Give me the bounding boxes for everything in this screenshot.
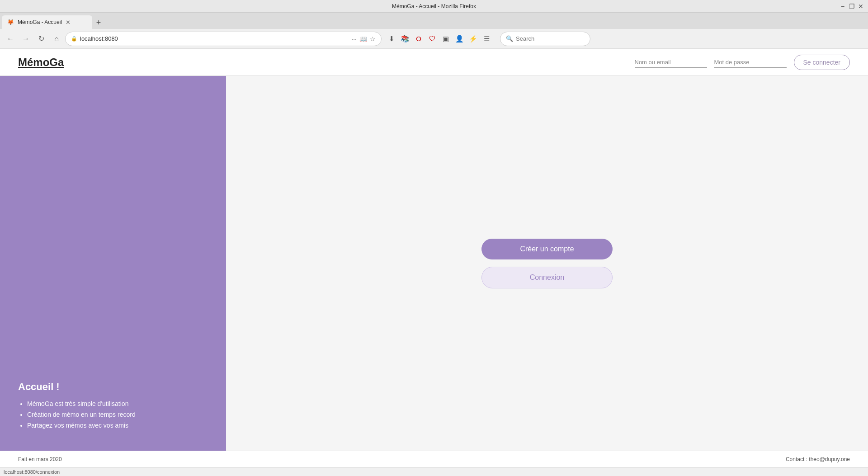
panel-title: Accueil ! [18, 381, 208, 393]
list-item: MémoGa est très simple d'utilisation [27, 400, 208, 407]
menu-button[interactable]: ☰ [480, 33, 493, 45]
search-input[interactable] [516, 35, 592, 42]
app-footer: Fait en mars 2020 Contact : theo@dupuy.o… [0, 451, 868, 467]
minimize-button[interactable]: − [839, 3, 846, 10]
title-bar: MémoGa - Accueil - Mozilla Firefox − ❐ ✕ [0, 0, 868, 13]
reader-mode-icon[interactable]: 📖 [359, 35, 367, 42]
list-item: Partagez vos mémos avec vos amis [27, 422, 208, 429]
search-icon: 🔍 [506, 35, 513, 42]
restore-button[interactable]: ❐ [848, 3, 855, 10]
app-header: MémoGa Se connecter [0, 49, 868, 76]
window-controls: − ❐ ✕ [839, 3, 864, 10]
connect-button[interactable]: Se connecter [794, 55, 850, 70]
address-input[interactable] [80, 35, 349, 42]
reload-button[interactable]: ↻ [34, 32, 48, 46]
status-bar: localhost:8080/connexion [0, 467, 868, 476]
panel-list: MémoGa est très simple d'utilisation Cré… [18, 400, 208, 433]
password-input[interactable] [714, 57, 787, 68]
opera-icon[interactable]: O [412, 33, 425, 45]
status-url: localhost:8080/connexion [4, 469, 60, 475]
tab-label: MémoGa - Accueil [18, 19, 62, 25]
secure-icon: 🔒 [71, 36, 77, 42]
extension-icon2[interactable]: ▣ [439, 33, 452, 45]
create-account-button[interactable]: Créer un compte [481, 239, 613, 259]
username-input[interactable] [635, 57, 707, 68]
bookmark-icon[interactable]: ☆ [370, 35, 376, 42]
right-panel: Créer un compte Connexion [226, 76, 868, 451]
forward-button[interactable]: → [19, 32, 33, 46]
footer-right: Contact : theo@dupuy.one [786, 456, 850, 462]
login-button[interactable]: Connexion [481, 267, 613, 288]
more-icon[interactable]: ··· [351, 35, 357, 42]
window-title: MémoGa - Accueil - Mozilla Firefox [392, 3, 476, 9]
new-tab-button[interactable]: + [92, 16, 105, 29]
main-area: Accueil ! MémoGa est très simple d'utili… [0, 76, 868, 451]
app-logo: MémoGa [18, 56, 64, 69]
toolbar-icons: ⬇ 📚 O 🛡 ▣ 👤 ⚡ ☰ [385, 33, 493, 45]
download-icon[interactable]: ⬇ [385, 33, 398, 45]
list-item: Création de mémo en un temps record [27, 411, 208, 418]
purple-panel: Accueil ! MémoGa est très simple d'utili… [0, 76, 226, 451]
close-button[interactable]: ✕ [857, 3, 864, 10]
tab-bar: 🦊 MémoGa - Accueil ✕ + [0, 13, 868, 29]
extension-icon1[interactable]: 🛡 [426, 33, 439, 45]
search-bar[interactable]: 🔍 [500, 32, 590, 46]
footer-left: Fait en mars 2020 [18, 456, 62, 462]
page-content: MémoGa Se connecter Accueil ! MémoGa est… [0, 49, 868, 467]
address-bar[interactable]: 🔒 ··· 📖 ☆ [65, 32, 382, 46]
nav-bar: ← → ↻ ⌂ 🔒 ··· 📖 ☆ ⬇ 📚 O 🛡 ▣ 👤 ⚡ ☰ 🔍 [0, 29, 868, 49]
header-right: Se connecter [635, 55, 850, 70]
back-button[interactable]: ← [4, 32, 17, 46]
active-tab[interactable]: 🦊 MémoGa - Accueil ✕ [2, 15, 92, 29]
profile-icon[interactable]: 👤 [453, 33, 466, 45]
tab-close-button[interactable]: ✕ [66, 19, 71, 26]
home-button[interactable]: ⌂ [50, 32, 63, 46]
tab-favicon: 🦊 [7, 19, 14, 25]
extension-icon3[interactable]: ⚡ [467, 33, 479, 45]
library-icon[interactable]: 📚 [399, 33, 411, 45]
address-bar-icons: ··· 📖 ☆ [351, 35, 376, 42]
